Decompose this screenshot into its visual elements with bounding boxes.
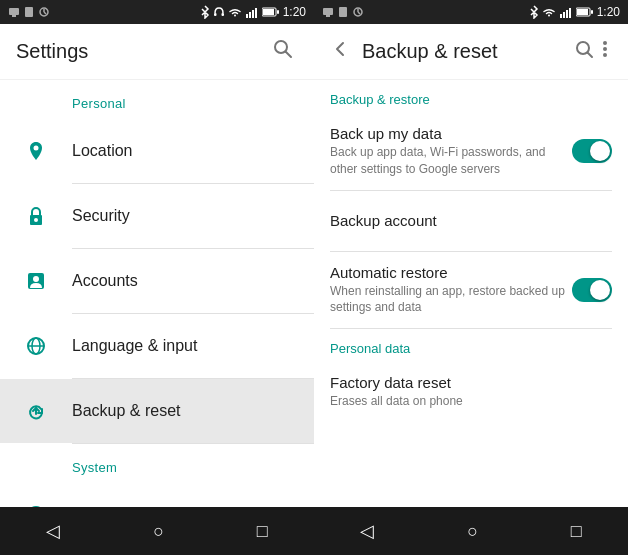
svg-rect-38 (569, 8, 571, 18)
right-nav-recent-button[interactable]: □ (551, 513, 602, 550)
right-back-button[interactable] (330, 39, 350, 64)
location-title: Location (72, 142, 298, 160)
svg-point-19 (34, 218, 38, 222)
svg-point-17 (34, 146, 39, 151)
wifi-icon (228, 6, 242, 18)
right-more-button[interactable] (598, 35, 612, 68)
auto-restore-item[interactable]: Automatic restore When reinstalling an a… (314, 252, 628, 329)
svg-rect-8 (246, 14, 248, 18)
backup-item[interactable]: Backup & reset (0, 379, 314, 443)
backup-data-item[interactable]: Back up my data Back up app data, Wi-Fi … (314, 113, 628, 190)
accounts-title: Accounts (72, 272, 298, 290)
svg-rect-40 (577, 9, 588, 15)
headphone-icon (213, 6, 225, 18)
datetime-icon (16, 495, 56, 507)
datetime-svg (25, 504, 47, 507)
location-icon (16, 131, 56, 171)
right-nav-home-button[interactable]: ○ (447, 513, 498, 550)
notification-icon-1 (8, 6, 20, 18)
svg-rect-41 (591, 10, 593, 14)
svg-rect-1 (12, 15, 16, 17)
svg-rect-10 (252, 10, 254, 18)
language-text: Language & input (72, 337, 298, 355)
personal-section-header: Personal (0, 80, 314, 119)
left-status-bar: 1:20 (0, 0, 314, 24)
left-content: Personal Location Security (0, 80, 314, 507)
left-back-button[interactable]: ◁ (26, 512, 80, 550)
signal-icon (245, 6, 259, 18)
svg-rect-13 (263, 9, 274, 15)
svg-rect-0 (9, 8, 19, 15)
backup-data-title: Back up my data (330, 125, 572, 142)
factory-reset-subtitle: Erases all data on phone (330, 393, 612, 410)
right-search-icon (574, 39, 594, 59)
right-bluetooth-icon (529, 5, 539, 19)
language-svg (25, 335, 47, 357)
svg-rect-36 (563, 12, 565, 18)
svg-rect-37 (566, 10, 568, 18)
right-notif-2 (337, 6, 349, 18)
svg-point-45 (603, 47, 607, 51)
search-icon (272, 38, 294, 60)
right-toolbar: Backup & reset (314, 24, 628, 80)
right-status-icons (322, 6, 364, 18)
svg-rect-30 (326, 15, 330, 17)
accounts-svg (25, 270, 47, 292)
more-options-icon (602, 39, 608, 59)
system-section-header: System (0, 444, 314, 483)
security-svg (25, 205, 47, 227)
security-icon (16, 196, 56, 236)
right-notif-1 (322, 6, 334, 18)
language-item[interactable]: Language & input (0, 314, 314, 378)
svg-rect-35 (560, 14, 562, 18)
left-recent-button[interactable]: □ (237, 513, 288, 550)
left-nav-bar: ◁ ○ □ (0, 507, 314, 555)
backup-data-toggle[interactable] (572, 139, 612, 163)
backup-restore-header: Backup & restore (314, 80, 628, 113)
left-search-button[interactable] (268, 34, 298, 69)
auto-restore-toggle[interactable] (572, 278, 612, 302)
language-icon (16, 326, 56, 366)
accounts-item[interactable]: Accounts (0, 249, 314, 313)
backup-text: Backup & reset (72, 402, 298, 420)
location-svg (25, 140, 47, 162)
factory-reset-item[interactable]: Factory data reset Erases all data on ph… (314, 362, 628, 422)
svg-line-5 (44, 12, 46, 14)
auto-restore-text: Automatic restore When reinstalling an a… (330, 264, 572, 317)
left-time: 1:20 (283, 5, 306, 19)
datetime-item[interactable]: Date & time (0, 483, 314, 507)
svg-point-46 (603, 53, 607, 57)
svg-rect-14 (277, 10, 279, 14)
accounts-text: Accounts (72, 272, 298, 290)
right-notif-3 (352, 6, 364, 18)
backup-account-title: Backup account (330, 212, 612, 229)
right-search-button[interactable] (570, 35, 598, 68)
right-status-right: 1:20 (529, 5, 620, 19)
svg-rect-7 (221, 13, 224, 16)
factory-reset-text: Factory data reset Erases all data on ph… (330, 374, 612, 410)
right-nav-back-button[interactable]: ◁ (340, 512, 394, 550)
left-home-button[interactable]: ○ (133, 513, 184, 550)
right-panel: 1:20 Backup & reset Backup & restore Bac… (314, 0, 628, 555)
left-panel: 1:20 Settings Personal Location (0, 0, 314, 555)
security-text: Security (72, 207, 298, 225)
backup-data-text: Back up my data Back up app data, Wi-Fi … (330, 125, 572, 178)
svg-line-34 (358, 12, 360, 14)
security-item[interactable]: Security (0, 184, 314, 248)
accounts-icon (16, 261, 56, 301)
location-item[interactable]: Location (0, 119, 314, 183)
security-title: Security (72, 207, 298, 225)
svg-rect-11 (255, 8, 257, 18)
right-wifi-icon (542, 6, 556, 18)
backup-account-item[interactable]: Backup account (314, 191, 628, 251)
left-toolbar-title: Settings (16, 40, 268, 63)
datetime-text: Date & time (72, 506, 298, 507)
right-battery-icon (576, 6, 594, 18)
left-toolbar: Settings (0, 24, 314, 80)
factory-reset-title: Factory data reset (330, 374, 612, 391)
personal-data-header: Personal data (314, 329, 628, 362)
battery-icon (262, 6, 280, 18)
svg-rect-29 (323, 8, 333, 15)
location-text: Location (72, 142, 298, 160)
svg-rect-9 (249, 12, 251, 18)
